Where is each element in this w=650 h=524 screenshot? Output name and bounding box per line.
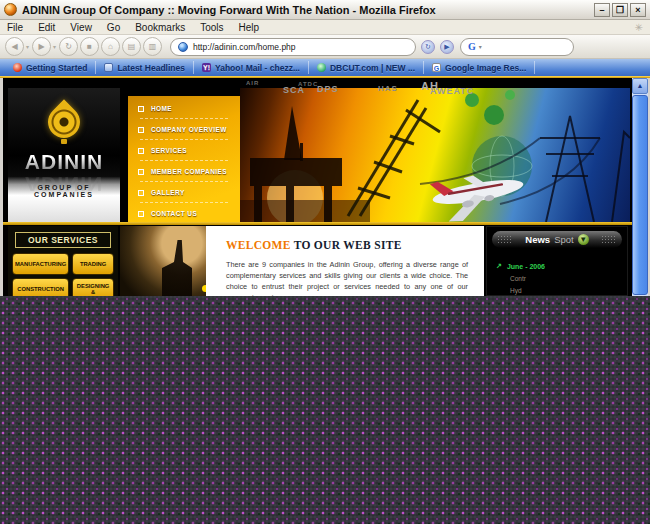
nav-item-contact-us[interactable]: CONTACT US [138, 206, 240, 221]
bookmark-page-button[interactable]: ▥ [143, 37, 162, 56]
url-text[interactable]: http://adinin.com/home.php [193, 42, 296, 52]
corrupted-region [0, 296, 650, 524]
dbcut-icon [317, 63, 326, 72]
nav-item-services[interactable]: SERVICES [138, 143, 240, 158]
google-icon: G [432, 63, 441, 72]
menu-edit[interactable]: Edit [38, 22, 55, 33]
bookmark-label: Google Image Res... [445, 63, 526, 73]
throbber-icon: ✳ [635, 22, 643, 33]
nav-item-home[interactable]: HOME [138, 101, 240, 116]
back-button[interactable]: ◀ [5, 37, 24, 56]
nav-item-company-overview[interactable]: COMPANY OVERVIEW [138, 122, 240, 137]
nav-label: CONTACT US [151, 210, 197, 217]
nav-label: MEMBER COMPANIES [151, 168, 227, 175]
back-dropdown-icon[interactable]: ▾ [26, 43, 29, 50]
nav-label: GALLERY [151, 189, 185, 196]
our-services-panel: OUR SERVICES MANUFACTURING TRADING CONST… [8, 226, 118, 296]
close-button[interactable]: × [630, 3, 646, 17]
go-button[interactable]: ▶ [440, 40, 454, 54]
news-title-spot: Spot [554, 234, 574, 245]
our-services-title: OUR SERVICES [15, 232, 111, 248]
dots-texture-left [497, 235, 513, 244]
menu-bookmarks[interactable]: Bookmarks [135, 22, 185, 33]
search-bar[interactable]: G ▾ [460, 38, 574, 56]
bookmark-dbcut[interactable]: DBCUT.com | NEW ... [309, 61, 424, 74]
search-input[interactable] [485, 42, 566, 51]
service-button-trading[interactable]: TRADING [72, 253, 114, 275]
bookmark-label: Latest Headlines [117, 63, 185, 73]
navigation-toolbar: ◀ ▾ ▶ ▾ ↻ ■ ⌂ ▤ ▥ http://adinin.com/home… [0, 35, 650, 59]
industrial-photo [120, 226, 206, 296]
menu-go[interactable]: Go [107, 22, 120, 33]
bookmark-label: DBCUT.com | NEW ... [330, 63, 415, 73]
checkbox-bullet-icon [138, 190, 144, 196]
home-button[interactable]: ⌂ [101, 37, 120, 56]
checkbox-bullet-icon [138, 169, 144, 175]
bookmark-label: Yahoo! Mail - chezz... [215, 63, 300, 73]
nav-item-gallery[interactable]: GALLERY [138, 185, 240, 200]
main-content: WELCOME TO OUR WEB SITE There are 9 comp… [206, 226, 484, 296]
reload-small-icon[interactable]: ↻ [421, 40, 435, 54]
menu-help[interactable]: Help [239, 22, 260, 33]
ticker-has: HAS [378, 84, 398, 93]
checkbox-bullet-icon [138, 148, 144, 154]
ticker-air: AIR [246, 80, 259, 86]
yahoo-icon: Y! [202, 63, 211, 72]
forward-button[interactable]: ▶ [32, 37, 51, 56]
logo-wordmark: ADININ [8, 150, 120, 174]
window-title: ADININ Group Of Company :: Moving Forwar… [22, 4, 436, 16]
welcome-heading: WELCOME TO OUR WEB SITE [226, 239, 468, 251]
checkbox-bullet-icon [138, 211, 144, 217]
nav-separator [140, 202, 228, 203]
scrollbar-thumb[interactable] [632, 95, 648, 295]
page-scrollbar[interactable]: ▲ [632, 78, 648, 296]
news-down-arrow-icon[interactable]: ▼ [578, 234, 589, 245]
checkbox-bullet-icon [138, 127, 144, 133]
site-favicon-globe-icon [178, 42, 188, 52]
maximize-button[interactable]: ❐ [612, 3, 628, 17]
news-date-row[interactable]: ↗ June - 2006 [496, 262, 627, 270]
menu-file[interactable]: File [7, 22, 23, 33]
bookmark-getting-started[interactable]: Getting Started [5, 61, 96, 74]
nav-item-member-companies[interactable]: MEMBER COMPANIES [138, 164, 240, 179]
ticker-aweatc: AWEATC [430, 86, 474, 96]
bookmark-google-images[interactable]: G Google Image Res... [424, 61, 535, 74]
minimize-button[interactable]: – [594, 3, 610, 17]
nav-separator [140, 139, 228, 140]
news-item-arrow-icon: ↗ [496, 262, 502, 270]
bookmark-latest-headlines[interactable]: Latest Headlines [96, 61, 194, 74]
menu-tools[interactable]: Tools [200, 22, 223, 33]
url-bar[interactable]: http://adinin.com/home.php [170, 38, 416, 56]
nav-label: COMPANY OVERVIEW [151, 126, 227, 133]
site-navigation: HOME COMPANY OVERVIEW SERVICES MEMBER CO… [128, 96, 240, 222]
bookmarks-toolbar: Getting Started Latest Headlines Y! Yaho… [0, 59, 650, 76]
getting-started-icon [13, 63, 22, 72]
checkbox-bullet-icon [138, 106, 144, 112]
print-button[interactable]: ▤ [122, 37, 141, 56]
dots-texture-right [601, 235, 617, 244]
banner-collage-graphic [240, 88, 630, 222]
scrollbar-up-icon[interactable]: ▲ [632, 78, 648, 94]
nav-label: SERVICES [151, 147, 187, 154]
bookmark-yahoo-mail[interactable]: Y! Yahoo! Mail - chezz... [194, 61, 309, 74]
menu-view[interactable]: View [70, 22, 92, 33]
nav-separator [140, 118, 228, 119]
news-item-line1: Contr [510, 275, 627, 282]
bookmark-label: Getting Started [26, 63, 87, 73]
logo-tagline: GROUP OF COMPANIES [8, 184, 120, 198]
nav-label: HOME [151, 105, 172, 112]
stop-button[interactable]: ■ [80, 37, 99, 56]
adinin-emblem-icon [46, 100, 82, 144]
news-spot-header: News Spot ▼ [492, 231, 622, 248]
search-engine-dropdown-icon[interactable]: ▾ [479, 43, 482, 50]
reload-button[interactable]: ↻ [59, 37, 78, 56]
window-border-left [0, 78, 3, 296]
ticker-sca: SCA [283, 85, 305, 95]
news-spot-panel: News Spot ▼ ↗ June - 2006 Contr Hyd [486, 226, 628, 296]
welcome-heading-rest: TO OUR WEB SITE [291, 239, 402, 251]
service-button-manufacturing[interactable]: MANUFACTURING [12, 253, 69, 275]
firefox-icon [4, 3, 17, 16]
news-body: ↗ June - 2006 Contr Hyd [487, 248, 627, 294]
forward-dropdown-icon[interactable]: ▾ [53, 43, 56, 50]
news-title: News [525, 234, 550, 245]
